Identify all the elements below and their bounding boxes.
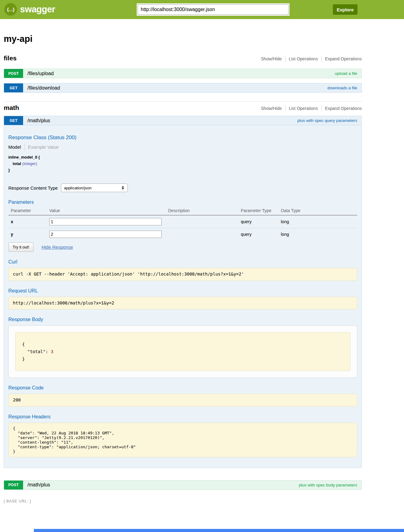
property-type: (integer)	[22, 161, 37, 166]
operation-path[interactable]: /math/plus	[27, 482, 50, 488]
base-url-footer: [ BASE URL: ]	[4, 499, 362, 503]
operation-row-post-math-plus[interactable]: POST /math/plus plus with spec body para…	[4, 480, 362, 490]
operation-summary[interactable]: upload a file	[335, 71, 357, 76]
json-number-value: 3	[51, 349, 53, 354]
section-files: files Show/Hide List Operations Expand O…	[4, 54, 362, 93]
section-files-title[interactable]: files	[4, 54, 17, 62]
model-close-brace: }	[8, 168, 357, 172]
response-content-type-select[interactable]: application/json	[61, 183, 128, 192]
parameter-description	[168, 228, 241, 241]
hide-response-link[interactable]: Hide Response	[42, 244, 73, 250]
parameter-type: query	[241, 215, 281, 228]
column-header: Data Type	[281, 206, 357, 215]
show-hide-link[interactable]: Show/Hide	[257, 105, 285, 111]
operation-content-panel: Response Class (Status 200) Model Exampl…	[4, 125, 362, 468]
response-headers-heading: Response Headers	[8, 414, 357, 420]
show-hide-link[interactable]: Show/Hide	[257, 56, 285, 62]
column-header: Description	[168, 206, 241, 215]
tab-model[interactable]: Model	[8, 143, 24, 151]
spec-url-input[interactable]	[138, 4, 289, 15]
operation-path[interactable]: /math/plus	[27, 118, 50, 123]
explore-button[interactable]: Explore	[333, 4, 358, 15]
parameter-y-value-input[interactable]	[49, 231, 162, 238]
column-header: Parameter Type	[241, 206, 281, 215]
header-bar: {…} swagger Explore	[0, 0, 404, 19]
swagger-logo-icon: {…}	[4, 3, 17, 16]
section-divider	[4, 101, 362, 102]
swagger-logo[interactable]: {…} swagger	[4, 3, 55, 16]
parameter-x-value-input[interactable]	[49, 218, 162, 225]
parameters-header-row: Parameter Value Description Parameter Ty…	[8, 206, 357, 215]
tab-example-value[interactable]: Example Value	[24, 143, 59, 151]
response-headers-json: { "date": "Wed, 22 Aug 2018 18:49:13 GMT…	[8, 423, 357, 457]
response-body-json: { "total": 3 }	[15, 332, 350, 371]
parameter-type: query	[241, 228, 281, 241]
response-code-value: 200	[8, 394, 357, 407]
model-name: inline_model_0 {	[8, 155, 357, 159]
expand-operations-link[interactable]: Expand Operations	[321, 56, 362, 62]
operation-summary[interactable]: downloads a file	[327, 86, 357, 90]
api-title: my-api	[4, 34, 362, 44]
section-math-head: math Show/Hide List Operations Expand Op…	[4, 104, 362, 111]
response-content-type-label: Response Content Type	[8, 185, 58, 191]
operation-summary[interactable]: plus with spec query parameters	[297, 118, 357, 123]
operation-path[interactable]: /files/download	[27, 85, 60, 91]
operation-get-math-plus: GET /math/plus plus with spec query para…	[4, 116, 362, 468]
bottom-blue-bar	[34, 529, 404, 532]
response-class-heading: Response Class (Status 200)	[8, 135, 357, 141]
main-content: my-api files Show/Hide List Operations E…	[4, 34, 362, 503]
section-files-head: files Show/Hide List Operations Expand O…	[4, 54, 362, 62]
try-it-out-button[interactable]: Try it out!	[8, 242, 34, 252]
curl-command: curl -X GET --header 'Accept: applicatio…	[8, 268, 357, 281]
select-updown-arrows-icon	[122, 186, 125, 190]
section-files-controls: Show/Hide List Operations Expand Operati…	[257, 56, 362, 62]
model-signature: inline_model_0 { total (integer) }	[8, 155, 357, 172]
model-property: total (integer)	[8, 161, 357, 166]
parameter-data-type: long	[281, 215, 357, 228]
method-badge-post[interactable]: POST	[4, 481, 23, 490]
brand-title: swagger	[20, 4, 55, 14]
operation-path[interactable]: /files/upload	[27, 71, 54, 76]
response-content-type-row: Response Content Type application/json	[8, 183, 357, 192]
parameter-row-y: y query long	[8, 228, 357, 241]
method-badge-get[interactable]: GET	[4, 116, 23, 125]
section-math: math Show/Hide List Operations Expand Op…	[4, 104, 362, 490]
parameter-name: y	[8, 228, 49, 241]
response-body-container: { "total": 3 }	[8, 325, 357, 378]
request-url-value: http://localhost:3000/math/plus?x=1&y=2	[8, 297, 357, 310]
list-operations-link[interactable]: List Operations	[285, 56, 321, 62]
parameters-heading: Parameters	[8, 200, 357, 205]
operation-row-get-math-plus[interactable]: GET /math/plus plus with spec query para…	[4, 116, 362, 125]
method-badge-get[interactable]: GET	[4, 83, 23, 92]
parameters-table: Parameter Value Description Parameter Ty…	[8, 206, 357, 240]
model-tabs: Model Example Value	[8, 143, 357, 151]
response-code-heading: Response Code	[8, 385, 357, 391]
expand-operations-link[interactable]: Expand Operations	[321, 105, 362, 111]
parameter-name: x	[8, 215, 49, 228]
column-header: Value	[49, 206, 168, 215]
operation-summary[interactable]: plus with spec body parameters	[299, 483, 357, 487]
section-math-controls: Show/Hide List Operations Expand Operati…	[257, 105, 362, 111]
parameter-row-x: x query long	[8, 215, 357, 228]
column-header: Parameter	[8, 206, 49, 215]
parameter-data-type: long	[281, 228, 357, 241]
selected-content-type: application/json	[64, 186, 92, 190]
operation-row-post-files-upload[interactable]: POST /files/upload upload a file	[4, 69, 362, 78]
section-math-title[interactable]: math	[4, 104, 19, 111]
curl-heading: Curl	[8, 259, 357, 265]
request-url-heading: Request URL	[8, 288, 357, 294]
response-body-heading: Response Body	[8, 317, 357, 322]
sandbox-actions: Try it out! Hide Response	[8, 242, 357, 252]
operation-row-get-files-download[interactable]: GET /files/download downloads a file	[4, 83, 362, 93]
method-badge-post[interactable]: POST	[4, 69, 23, 78]
parameter-description	[168, 215, 241, 228]
list-operations-link[interactable]: List Operations	[285, 105, 321, 111]
